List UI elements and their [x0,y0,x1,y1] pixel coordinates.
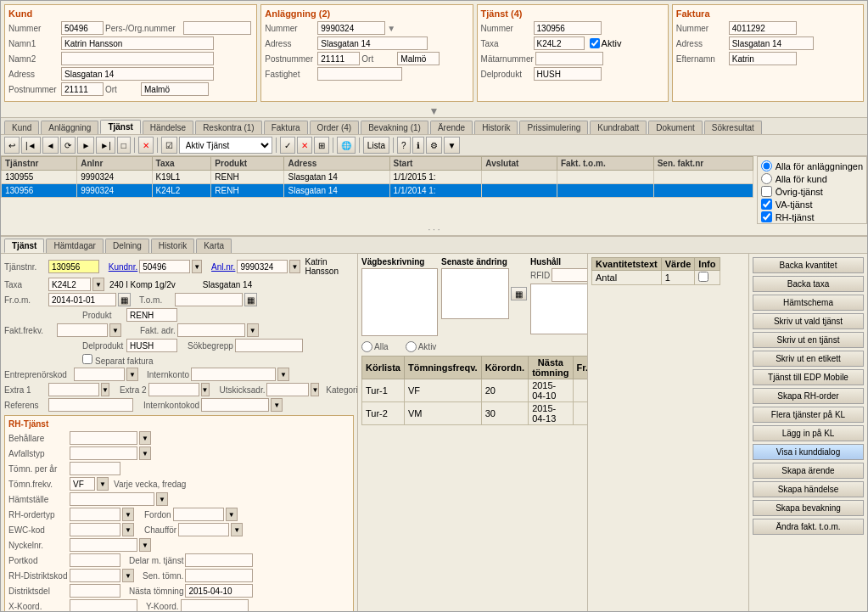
refresh-btn[interactable]: ⟳ [60,137,76,154]
fakt-frekv-dropdown[interactable]: ▼ [109,323,121,337]
kund-namn1-input[interactable] [61,36,214,50]
cross-btn[interactable]: ✕ [297,137,312,154]
nasta-tomning-input[interactable] [185,584,253,598]
separat-faktura-checkbox[interactable] [82,354,92,364]
extra2-input[interactable] [148,383,199,396]
kund-adress-input[interactable] [61,67,214,81]
fakt-adr-dropdown[interactable]: ▼ [247,323,259,337]
radio-rh[interactable]: RH-tjänst [761,211,863,222]
tab-historik[interactable]: Historik [474,121,518,134]
kund-ort-input[interactable] [141,82,209,96]
skapa-handelse-btn[interactable]: Skapa händelse [753,481,864,497]
nyckelnr-input[interactable] [70,538,137,552]
internkontokod-dropdown[interactable]: ▼ [271,398,283,412]
andra-fakt-btn[interactable]: Ändra fakt. t.o.m. [753,519,864,535]
tab-prissimulering[interactable]: Prissimulering [519,121,588,134]
distriktsdel-input[interactable] [70,584,120,598]
anl-nr-dropdown[interactable]: ▼ [289,260,300,273]
tab-faktura[interactable]: Faktura [264,121,308,134]
extra2-dropdown[interactable]: ▼ [201,383,210,396]
backa-kvantitet-btn[interactable]: Backa kvantitet [753,257,864,273]
tom-cal-btn[interactable]: ▦ [244,293,257,306]
avfallstyp-input[interactable] [70,446,137,460]
y-koord-input[interactable] [181,599,249,611]
kv-info-checkbox[interactable] [698,272,708,282]
tour-row-2[interactable]: Tur-2 VM 30 2015-04-13 [362,402,588,425]
senaste-cal-btn[interactable]: ▦ [511,287,527,300]
fak-adress-input[interactable] [729,36,814,50]
tab-kund[interactable]: Kund [4,121,39,134]
skriv-ut-vald-btn[interactable]: Skriv ut vald tjänst [753,313,864,329]
sokbegrepp-input[interactable] [235,339,303,352]
rh-dist-dropdown[interactable]: ▼ [122,569,134,582]
rfid-input[interactable] [552,268,587,282]
taxa-input[interactable] [48,278,91,291]
senaste-textarea[interactable] [441,268,509,319]
first-btn[interactable]: |◄ [21,137,41,154]
kundnr-input[interactable] [139,260,190,273]
copy-btn[interactable]: ⊞ [314,137,329,154]
kund-nummer-input[interactable] [61,21,104,35]
anl-nr-link[interactable]: Anl.nr. [211,262,235,272]
fordon-input[interactable] [173,508,224,521]
skapa-rh-order-btn[interactable]: Skapa RH-order [753,388,864,404]
more-btn[interactable]: ▼ [444,137,461,154]
tab-arende[interactable]: Ärende [430,121,473,134]
internkontokod-input[interactable] [201,398,269,412]
lagg-in-kl-btn[interactable]: Lägg in på KL [753,425,864,441]
lista-btn[interactable]: Lista [363,137,389,154]
extra1-input[interactable] [48,383,99,396]
hamtst-input[interactable] [70,492,154,506]
anl-adress-input[interactable] [317,36,428,50]
fak-nummer-input[interactable] [729,21,797,35]
tj-nummer-input[interactable] [534,21,602,35]
tomn-frekv-input[interactable] [70,477,95,491]
skapa-arende-btn[interactable]: Skapa ärende [753,463,864,479]
rh-ordertyp-dropdown[interactable]: ▼ [122,508,134,521]
tom-input[interactable] [175,293,243,306]
ent-dropdown[interactable]: ▼ [126,368,138,381]
alla-radio[interactable] [361,341,372,352]
anl-postnr-input[interactable] [317,52,360,65]
table-row[interactable]: 130955 9990324 K19L1 RENH Slasgatan 14 1… [2,171,753,184]
aktiv-checkbox[interactable] [590,38,600,48]
kund-pers-input[interactable] [183,21,251,35]
taxa-dropdown[interactable]: ▼ [92,278,104,291]
check-btn[interactable]: ✓ [280,137,295,154]
settings-btn[interactable]: ⚙ [426,137,442,154]
fakt-adr-input[interactable] [177,323,245,337]
x-koord-input[interactable] [70,599,137,611]
tjanst-nr-input[interactable] [48,260,99,273]
flera-tjanster-btn[interactable]: Flera tjänster på KL [753,407,864,423]
tab-handelse[interactable]: Händelse [143,121,193,134]
radio-alla-anlagg[interactable]: Alla för anläggningen [761,160,863,171]
tab-order[interactable]: Order (4) [310,121,360,134]
tab-anlaggning[interactable]: Anläggning [41,121,98,134]
skriv-ut-etikett-btn[interactable]: Skriv ut en etikett [753,351,864,367]
referens-input[interactable] [48,398,133,412]
utskicksadr-dropdown[interactable]: ▼ [311,383,319,396]
radio-ovrig[interactable]: Övrig-tjänst [761,186,863,197]
tomn-per-ar-input[interactable] [70,462,120,475]
fak-efternamn-input[interactable] [729,52,797,65]
tomn-frekv-dropdown[interactable]: ▼ [97,477,109,491]
info-btn[interactable]: ℹ [412,137,424,154]
detail-tab-historik[interactable]: Historik [151,239,194,253]
produkt-input[interactable] [126,308,177,322]
chauffor-dropdown[interactable]: ▼ [231,523,243,536]
internkonto-input[interactable] [191,368,276,381]
undo-btn[interactable]: ↩ [4,137,20,154]
extra1-dropdown[interactable]: ▼ [101,383,109,396]
tj-matarnr-input[interactable] [535,52,603,65]
aktiv-tjanst-select[interactable]: Aktiv Tjänst [179,137,272,154]
table-row-selected[interactable]: 130956 9990324 K24L2 RENH Slasgatan 14 1… [2,184,753,198]
kundnr-dropdown[interactable]: ▼ [192,260,202,273]
kund-namn2-input[interactable] [61,52,214,65]
tj-delprod-input[interactable] [534,67,602,81]
tj-taxa-input[interactable] [534,36,585,50]
delete-btn[interactable]: ✕ [138,137,154,154]
rh-ordertyp-input[interactable] [70,508,120,521]
hamtschema-btn[interactable]: Hämtschema [753,295,864,311]
detail-tab-hamtdagar[interactable]: Hämtdagar [46,239,103,253]
delprodukt-input[interactable] [126,339,177,352]
